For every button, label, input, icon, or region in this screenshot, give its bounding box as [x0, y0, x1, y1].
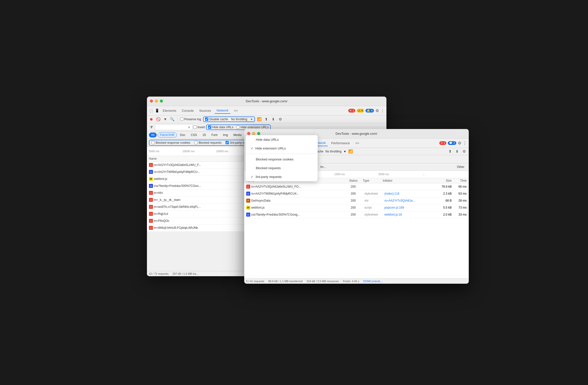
front-more-icon[interactable]: ⋮ — [463, 141, 467, 145]
filter-img[interactable]: Img — [221, 132, 230, 137]
invert-checkbox[interactable] — [193, 126, 197, 129]
upload-icon[interactable]: ⬆ — [264, 117, 269, 122]
clear-icon[interactable]: 🚫 — [156, 117, 161, 122]
front-filter-img-partial[interactable]: Im... — [318, 164, 328, 169]
settings-icon[interactable]: ⚙ — [375, 108, 379, 113]
front-tab-performance[interactable]: Performance — [329, 140, 352, 146]
tab-more[interactable]: >> — [232, 108, 240, 114]
filter-js[interactable]: JS — [200, 132, 208, 137]
front-status-footer: 5 / 41 requests 88.8 kB / 1.1 MB transfe… — [244, 278, 469, 284]
clear-filter-icon[interactable]: ✕ — [188, 125, 191, 129]
disable-cache-checkbox[interactable] — [205, 118, 208, 121]
back-window-title: DevTools - www.google.com/ — [246, 99, 287, 103]
initiator-link-4[interactable]: popcorn.js:169 — [384, 206, 404, 209]
front-table-row[interactable]: JS webfont.js 200 script popcorn.js:169 … — [244, 204, 469, 211]
filter-icon[interactable]: ▼ — [163, 117, 168, 122]
filter-font-back[interactable]: Font — [209, 132, 220, 137]
front-row-time-5: 33 ms — [452, 213, 467, 216]
blocked-response-cookies-checkbox[interactable] — [151, 141, 155, 144]
tab-elements[interactable]: Elements — [161, 108, 178, 114]
blocked-response-cookies-label[interactable]: Blocked response cookies — [151, 141, 190, 144]
inspector-icon[interactable]: ⬚ — [149, 108, 153, 113]
front-filter-other[interactable]: Other — [455, 164, 467, 169]
tab-sources[interactable]: Sources — [197, 108, 213, 114]
initiator-link-3[interactable]: rs=AA2YrTv3Qzh6Ja... — [384, 199, 415, 202]
dropdown-blocked-requests-label: Blocked requests — [256, 166, 281, 170]
dropdown-blocked-requests[interactable]: Blocked requests — [246, 164, 318, 172]
filter-doc[interactable]: Doc — [178, 132, 188, 137]
front-table-row[interactable]: ⟳ GetAsyncData 200 xhr rs=AA2YrTv3Qzh6Ja… — [244, 197, 469, 204]
front-minimize-button[interactable] — [252, 132, 255, 135]
filter-all[interactable]: All — [149, 132, 157, 137]
front-window-controls — [247, 132, 260, 135]
front-row-icon-js: JS — [246, 206, 250, 210]
initiator-link-2[interactable]: (index):116 — [384, 192, 399, 195]
blocked-requests-label[interactable]: Blocked requests — [194, 141, 222, 144]
front-table-row[interactable]: ◻ css?family=Fredoka:500%7CGoog... 200 s… — [244, 211, 469, 218]
row-icon-img4: ◻ — [149, 205, 153, 209]
front-row-status-4: 200 — [351, 206, 364, 209]
front-settings-icon[interactable]: ⚙ — [458, 141, 461, 145]
dropdown-blocked-response-cookies[interactable]: Blocked response cookies — [246, 155, 318, 164]
hide-extension-urls-checkbox[interactable] — [236, 126, 239, 129]
warn-badge: ⚠ 4 — [357, 109, 364, 113]
device-icon[interactable]: 📱 — [155, 108, 159, 113]
blocked-highlight-group: Blocked response cookies Blocked request… — [149, 140, 257, 146]
initiator-link-5[interactable]: webfont.js:16 — [384, 213, 402, 216]
front-tab-more[interactable]: >> — [353, 140, 361, 146]
front-col-initiator[interactable]: Initiator — [383, 179, 434, 182]
tab-network[interactable]: Network — [215, 108, 231, 114]
download-icon[interactable]: ⬇ — [271, 117, 276, 122]
row-icon-css2: ◻ — [149, 184, 153, 188]
close-button[interactable] — [150, 100, 153, 103]
front-throttling-dropdown[interactable]: ▼ — [344, 150, 346, 153]
filter-input-wrapper: ✕ — [155, 124, 192, 130]
minimize-button[interactable] — [155, 100, 158, 103]
front-wifi-icon[interactable]: 📶 — [348, 149, 353, 154]
hide-data-urls-label[interactable]: Hide data URLs — [208, 126, 234, 129]
front-upload-icon[interactable]: ⬆ — [448, 149, 453, 154]
dropdown-third-party-requests[interactable]: 3rd-party requests — [246, 172, 318, 181]
filter-media[interactable]: Media — [231, 132, 244, 137]
front-settings2-icon[interactable]: ⚙ — [462, 149, 467, 154]
front-download-icon[interactable]: ⬇ — [455, 149, 460, 154]
back-titlebar: DevTools - www.google.com/ — [147, 97, 386, 106]
settings2-icon[interactable]: ⚙ — [278, 117, 283, 122]
hide-data-urls-checkbox[interactable] — [208, 126, 211, 129]
timeline-5000: 5000 ms — [149, 150, 183, 153]
preserve-log-checkbox[interactable] — [180, 118, 183, 121]
dropdown-hide-data-urls[interactable]: Hide data URLs — [246, 135, 318, 144]
front-col-type[interactable]: Type — [363, 179, 383, 182]
front-table-row[interactable]: ◻ rs=AA2YrTv3Qzh6Ja6eSLzWU_FO... 200 78.… — [244, 183, 469, 190]
front-close-button[interactable] — [247, 132, 250, 135]
stop-recording-icon[interactable]: ⏺ — [149, 117, 154, 122]
maximize-button[interactable] — [160, 100, 163, 103]
tab-console[interactable]: Console — [180, 108, 196, 114]
filter-fetch-xhr[interactable]: Fetch/XHR — [158, 132, 177, 137]
wifi-icon[interactable]: 📶 — [257, 117, 262, 122]
search-icon[interactable]: 🔍 — [170, 117, 175, 122]
dropdown-hide-extension-urls[interactable]: Hide extension URLs — [246, 144, 318, 153]
throttling-dropdown-icon[interactable]: ▼ — [250, 118, 253, 121]
filter-funnel-icon[interactable]: ⧩ — [149, 125, 154, 130]
front-finish: Finish: 4.45 s — [343, 280, 359, 283]
filter-input[interactable] — [157, 126, 187, 129]
disable-cache-label[interactable]: Disable cache — [205, 118, 228, 121]
window-controls — [150, 100, 163, 103]
timeline-10000: 10000 ms — [182, 150, 216, 153]
third-party-requests-checkbox[interactable] — [226, 141, 229, 144]
blocked-requests-checkbox[interactable] — [194, 141, 198, 144]
hide-extension-urls-label[interactable]: Hide extension URLs — [236, 126, 269, 129]
preserve-log-label[interactable]: Preserve log — [180, 118, 201, 121]
front-table-row[interactable]: ◻ rs=AA2YrTt6If9d1pi4yP4MpRCU4... 200 st… — [244, 190, 469, 197]
front-col-size[interactable]: Size — [434, 179, 452, 182]
dropdown-hide-extension-urls-label: Hide extension URLs — [255, 146, 286, 150]
filter-css[interactable]: CSS — [189, 132, 199, 137]
front-maximize-button[interactable] — [257, 132, 260, 135]
front-row-icon-xhr: ⟳ — [246, 199, 250, 203]
more-icon[interactable]: ⋮ — [380, 108, 384, 113]
front-col-status[interactable]: Status — [349, 179, 363, 182]
front-row-status-5: 200 — [351, 213, 364, 216]
invert-label[interactable]: Invert — [193, 126, 205, 129]
front-col-time[interactable]: Time — [452, 179, 467, 182]
